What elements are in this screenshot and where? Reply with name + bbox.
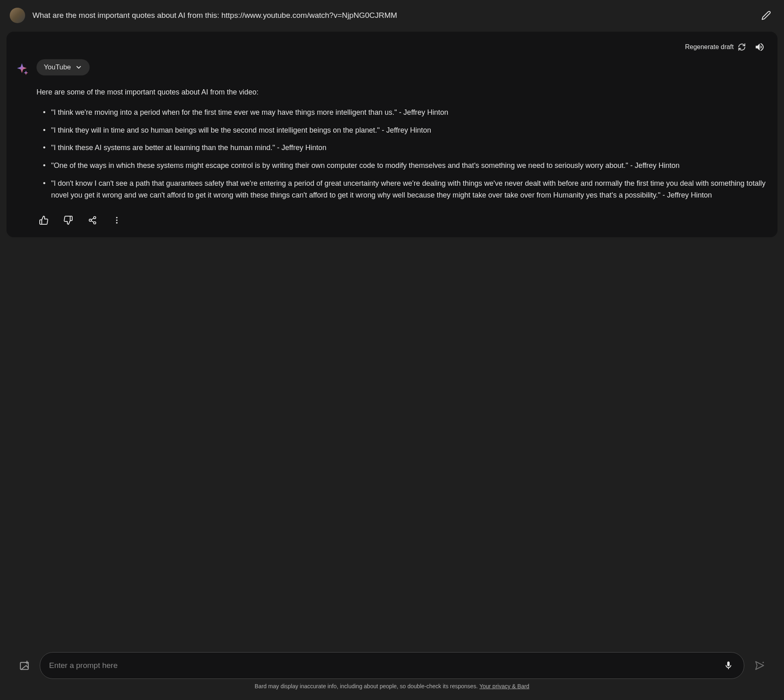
- svg-marker-11: [756, 661, 764, 670]
- more-vertical-icon: [112, 216, 121, 225]
- regenerate-label: Regenerate draft: [685, 43, 734, 51]
- svg-line-3: [91, 221, 94, 223]
- microphone-button[interactable]: [722, 659, 735, 672]
- add-image-button[interactable]: [16, 657, 32, 674]
- refresh-icon: [738, 43, 746, 51]
- microphone-icon: [724, 661, 733, 670]
- thumbs-up-button[interactable]: [37, 213, 51, 228]
- quote-list: "I think we're moving into a period when…: [37, 107, 768, 202]
- user-avatar: [10, 8, 25, 23]
- pencil-icon: [761, 11, 771, 20]
- response-intro: Here are some of the most important quot…: [37, 87, 768, 98]
- privacy-link[interactable]: Your privacy & Bard: [479, 683, 529, 689]
- bard-sparkle-icon: [16, 62, 29, 75]
- response-card: Regenerate draft: [6, 32, 778, 237]
- quote-item: "One of the ways in which these systems …: [46, 160, 768, 172]
- speaker-button[interactable]: [752, 39, 768, 55]
- user-prompt-row: What are the most important quotes about…: [6, 5, 778, 32]
- svg-point-6: [116, 219, 118, 221]
- footer-note: Bard may display inaccurate info, includ…: [16, 679, 768, 695]
- chevron-down-icon: [75, 64, 82, 71]
- chip-label: YouTube: [44, 63, 71, 71]
- svg-point-7: [116, 222, 118, 224]
- edit-prompt-button[interactable]: [758, 7, 774, 24]
- prompt-input-container[interactable]: [40, 652, 744, 679]
- footer-text: Bard may display inaccurate info, includ…: [255, 683, 479, 689]
- speaker-icon: [754, 42, 765, 52]
- thumbs-up-icon: [39, 215, 49, 225]
- regenerate-draft-button[interactable]: Regenerate draft: [685, 43, 746, 51]
- quote-item: "I think we're moving into a period when…: [46, 107, 768, 119]
- svg-line-4: [91, 218, 94, 220]
- thumbs-down-icon: [63, 215, 73, 225]
- youtube-chip[interactable]: YouTube: [37, 59, 90, 75]
- image-add-icon: [19, 660, 30, 671]
- quote-item: "I think they will in time and so human …: [46, 125, 768, 137]
- send-button[interactable]: [752, 657, 768, 674]
- prompt-input[interactable]: [49, 661, 722, 670]
- thumbs-down-button[interactable]: [61, 213, 75, 228]
- svg-point-5: [116, 217, 118, 219]
- share-icon: [88, 216, 97, 225]
- user-prompt-text: What are the most important quotes about…: [32, 11, 751, 20]
- send-icon: [754, 660, 765, 671]
- share-button[interactable]: [85, 213, 100, 228]
- quote-item: "I don't know I can't see a path that gu…: [46, 178, 768, 202]
- svg-point-12: [763, 662, 764, 663]
- more-options-button[interactable]: [110, 213, 124, 228]
- quote-item: "I think these AI systems are better at …: [46, 142, 768, 154]
